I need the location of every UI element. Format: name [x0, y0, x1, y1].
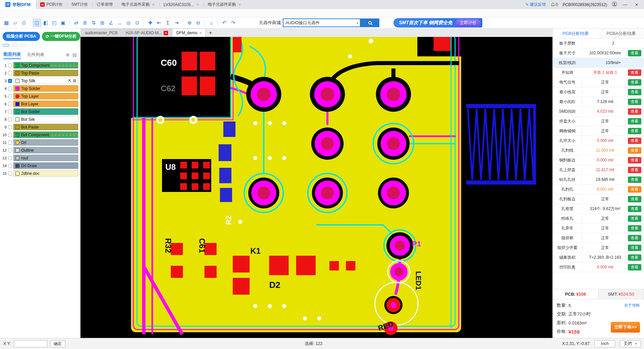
layer-bar[interactable]: Drl — [13, 139, 78, 146]
layer-color-swatch[interactable] — [15, 110, 19, 114]
view-detail-button[interactable]: 查看 — [628, 147, 641, 154]
layer-checkbox[interactable] — [8, 117, 12, 121]
smt-price-tab[interactable]: SMT: ¥524.50 — [598, 289, 644, 299]
unit-select[interactable]: Inch — [594, 340, 615, 347]
layer-color-swatch[interactable] — [15, 102, 19, 106]
split-view-icon[interactable]: ◧ — [42, 19, 50, 27]
view-detail-button[interactable]: 查看 — [628, 196, 641, 202]
close-button[interactable]: ✕ — [633, 2, 640, 7]
chevron-down-icon[interactable]: ▾ — [355, 21, 360, 25]
angle-measure-icon[interactable]: ∠ — [107, 19, 115, 27]
layer-bar[interactable]: Bot Layer — [13, 101, 78, 107]
xy-input[interactable] — [14, 340, 47, 347]
layer-bar[interactable]: Bot Paste — [13, 124, 78, 130]
layer-row[interactable]: 6 Bot Layer — [1, 100, 78, 107]
layer-checkbox[interactable] — [8, 148, 12, 152]
layer-bar[interactable]: Top Layer — [13, 93, 78, 99]
layer-checkbox[interactable] — [8, 133, 12, 137]
view-detail-button[interactable]: 查看 — [628, 79, 641, 86]
layer-checkbox[interactable] — [8, 94, 12, 98]
print-icon[interactable]: ⎙ — [20, 19, 28, 27]
home-view-icon[interactable]: ⌂ — [207, 19, 215, 27]
layout-icon[interactable]: ◰ — [50, 19, 58, 27]
view-detail-button[interactable]: 查看 — [628, 108, 641, 115]
order-now-button[interactable]: 立即下单>> — [611, 322, 640, 333]
layer-checkbox[interactable] — [8, 79, 12, 83]
notification-bell[interactable]: 0 — [551, 2, 558, 7]
layer-checkbox[interactable] — [8, 110, 12, 114]
document-tab[interactable]: audiomaster_PCB — [81, 29, 121, 37]
layer-checkbox[interactable] — [8, 156, 12, 160]
view-button[interactable] — [11, 44, 18, 47]
layer-checkbox[interactable] — [8, 87, 12, 91]
tab-pcb-analysis[interactable]: PCB分析结果 — [553, 29, 598, 38]
layer-row[interactable]: 9 Bot Paste — [1, 123, 78, 131]
view-detail-button[interactable]: 查看 — [628, 186, 641, 193]
layer-color-swatch[interactable] — [15, 171, 19, 176]
layer-color-swatch[interactable] — [15, 94, 19, 98]
layer-color-swatch[interactable] — [15, 117, 19, 121]
banner-cta-button[interactable]: 立即计价 — [455, 19, 480, 27]
assembly-analysis-button[interactable]: 组装分析 PCBA — [3, 32, 40, 41]
minimize-button[interactable]: — — [622, 2, 629, 7]
view-detail-button[interactable]: 查看 — [628, 157, 641, 163]
feedback-link[interactable]: ✎ 建议反馈 — [525, 2, 546, 7]
layer-row[interactable]: 4 Top Solder — [1, 85, 78, 92]
titlebar-tab[interactable]: 电子元器件采购 ✕ — [117, 0, 159, 9]
select-window-icon[interactable]: ◫ — [33, 19, 41, 27]
layer-color-swatch[interactable] — [15, 148, 19, 152]
layer-color-swatch[interactable] — [15, 71, 19, 75]
view-detail-button[interactable]: 查看 — [628, 99, 641, 105]
layer-bar[interactable]: Bot Component — [13, 132, 78, 138]
one-click-dfm-button[interactable]: ⟳ 一键DFM分析 — [42, 32, 80, 41]
about-huaqiu-link[interactable]: 关于华秋 — [624, 303, 640, 308]
layer-checkbox[interactable] — [8, 102, 12, 106]
distance-measure-icon[interactable]: ↔ — [116, 19, 124, 27]
close-select[interactable]: 关闭 ▾ — [620, 340, 641, 347]
tab-close-icon[interactable]: ✕ — [164, 31, 168, 35]
layer-color-swatch[interactable] — [15, 87, 19, 91]
view-detail-button[interactable]: 查看 — [628, 89, 641, 95]
view-detail-button[interactable]: 查看 — [628, 235, 641, 241]
flip-board-icon[interactable]: ⇅ — [90, 19, 98, 27]
titlebar-tab[interactable]: LV320AIC3105... ✕ — [159, 0, 204, 9]
view-detail-button[interactable]: 查看 — [628, 69, 641, 76]
layer-bar[interactable]: Drl Draw — [13, 162, 78, 169]
confirm-button[interactable]: 确定 — [50, 340, 65, 347]
layer-color-swatch[interactable] — [15, 133, 19, 137]
pcb-price-tab[interactable]: PCB: ¥159 — [553, 289, 598, 299]
layer-checkbox[interactable] — [8, 164, 12, 168]
layer-bar[interactable]: 2dline.doc — [13, 170, 78, 177]
layer-checkbox[interactable] — [8, 125, 12, 129]
view-detail-button[interactable]: 查看 — [628, 215, 641, 222]
titlebar-tab[interactable]: 电子元器件采购 ✕ — [204, 0, 246, 9]
tab-component-list[interactable]: 元件列表 — [27, 50, 44, 59]
view-detail-button[interactable]: 查看 — [628, 254, 641, 261]
tab-close-icon[interactable]: ✕ — [199, 31, 202, 35]
align-right-icon[interactable]: ⇥ — [172, 19, 180, 27]
tab-close-icon[interactable]: ✕ — [238, 3, 241, 6]
view-detail-button[interactable]: 查看 — [628, 206, 641, 212]
view-detail-button[interactable]: 查看 — [628, 118, 641, 124]
layer-checkbox[interactable] — [8, 141, 12, 145]
user-avatar-icon[interactable] — [612, 1, 617, 8]
view-detail-button[interactable]: 查看 — [628, 138, 641, 144]
pad-icon[interactable]: ◎ — [124, 19, 132, 27]
view-detail-button[interactable]: 查看 — [628, 245, 641, 251]
swap-layer-icon[interactable]: ⇄ — [72, 19, 80, 27]
save-icon[interactable]: ▦ — [2, 19, 10, 27]
layer-bar[interactable]: Top Silk ⇱⊞ — [13, 78, 78, 84]
grid-icon[interactable]: ⊞ — [98, 19, 106, 27]
layer-bar[interactable]: Top Paste — [13, 70, 78, 76]
view-detail-button[interactable]: 查看 — [628, 177, 641, 183]
search-button[interactable] — [361, 18, 379, 27]
view-detail-button[interactable]: 查看 — [628, 167, 641, 173]
align-top-icon[interactable]: ↥ — [164, 19, 172, 27]
titlebar-tab[interactable]: SMT计价 — [67, 0, 92, 9]
layer-bar[interactable]: Outline — [13, 147, 78, 153]
titlebar-tab[interactable]: H PCB计价 — [36, 0, 67, 9]
view-detail-button[interactable]: 查看 — [628, 50, 641, 56]
tab-pcba-analysis[interactable]: PCBA分析结果 — [598, 29, 644, 38]
layer-extra-icons[interactable]: ⇱⊞ — [68, 79, 76, 83]
tab-close-icon[interactable]: ✕ — [152, 3, 155, 6]
